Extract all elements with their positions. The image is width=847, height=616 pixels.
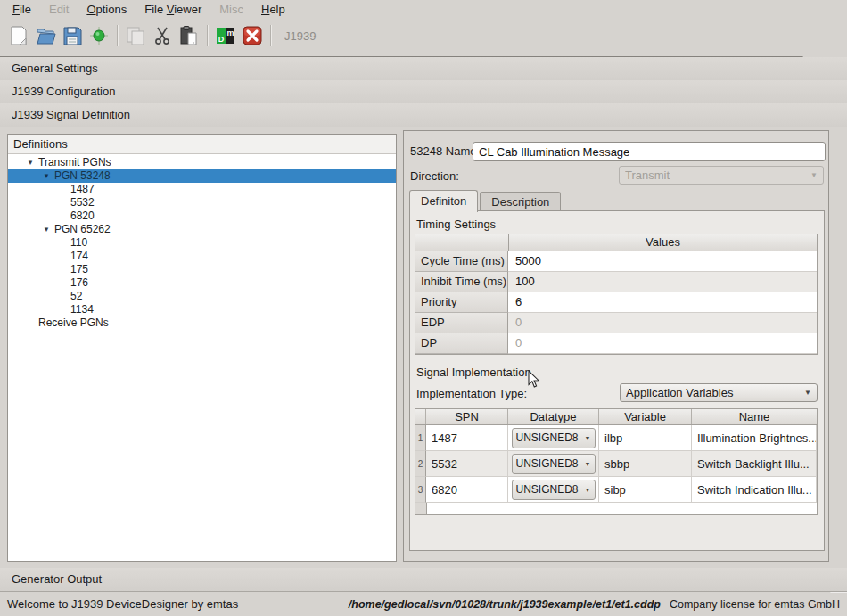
accordion-label: J1939 Configuration [12, 85, 115, 98]
tree-item-receive-pgns[interactable]: Receive PGNs [8, 316, 396, 330]
timing-row-inhibit-time-ms: Inhibit Time (ms)100 [415, 272, 817, 292]
menu-file-viewer[interactable]: File Viewer [136, 1, 210, 18]
mouse-cursor-icon [527, 370, 539, 389]
tree-item-transmit-pgns[interactable]: ▾Transmit PGNs [8, 156, 396, 169]
accordion-generator-output[interactable]: Generator Output [0, 568, 847, 591]
name-cell[interactable]: Switch Backlight Illu... [692, 451, 817, 477]
direction-label: Direction: [410, 169, 459, 183]
tree-item-176[interactable]: 176 [8, 276, 396, 290]
menu-file[interactable]: File [4, 1, 40, 18]
definition-tab-panel: Timing Settings Values Cycle Time (ms)50… [409, 210, 825, 551]
expander-icon[interactable]: ▾ [38, 223, 54, 236]
datatype-dropdown[interactable]: UNSIGNED8▼ [512, 480, 596, 500]
generate-button[interactable] [86, 22, 112, 49]
tree-item-174[interactable]: 174 [8, 250, 396, 263]
tree-item-110[interactable]: 110 [8, 236, 396, 250]
timing-row-label: EDP [415, 313, 508, 333]
signals-table-empty-row [415, 503, 817, 514]
row-number: 1 [415, 425, 426, 451]
signals-header-spn: SPN [426, 409, 508, 424]
accordion-label: General Settings [12, 62, 98, 75]
timing-row-priority: Priority6 [415, 292, 817, 313]
implementation-type-dropdown[interactable]: Application Variables ▼ [620, 383, 818, 402]
variable-cell[interactable]: ilbp [599, 425, 692, 451]
name-cell[interactable]: Illumination Brightnes... [692, 425, 817, 451]
signal-implementation-label: Signal Implementation [416, 365, 531, 379]
tree-item-1134[interactable]: 1134 [8, 303, 396, 316]
devicedesigner-logo-icon: Dm [215, 25, 236, 46]
tree-item-175[interactable]: 175 [8, 263, 396, 276]
datatype-cell: UNSIGNED8▼ [508, 425, 599, 451]
timing-values-header: Values [509, 234, 817, 251]
datatype-dropdown[interactable]: UNSIGNED8▼ [512, 454, 596, 474]
definitions-tree: ▾Transmit PGNs▾PGN 53248148755326820▾PGN… [8, 154, 396, 330]
devicedesigner-logo-button[interactable]: Dm [212, 22, 239, 49]
tree-item-52[interactable]: 52 [8, 290, 396, 303]
signals-table-body: 11487UNSIGNED8▼ilbpIllumination Brightne… [415, 425, 817, 503]
definitions-column-header[interactable]: Definitions [8, 135, 396, 154]
menu-options[interactable]: Options [78, 1, 136, 18]
toolbar-context-label: J1939 [284, 29, 316, 43]
copy-icon [125, 25, 146, 46]
chevron-down-icon: ▼ [804, 389, 811, 397]
tree-item-6820[interactable]: 6820 [8, 209, 396, 223]
variable-cell[interactable]: sbbp [599, 451, 692, 477]
timing-row-label: DP [415, 333, 508, 354]
statusbar: Welcome to J1939 DeviceDesigner by emtas… [0, 591, 847, 616]
save-button[interactable] [59, 22, 86, 49]
menu-help[interactable]: Help [252, 1, 294, 18]
row-header-strip [415, 503, 427, 514]
tab-definiton[interactable]: Definiton [409, 190, 478, 212]
application-window: FileEditOptionsFile ViewerMiscHelp DmJ19… [0, 0, 847, 616]
status-license-text: Company license for emtas GmbH [670, 598, 840, 611]
open-file-icon [35, 25, 56, 46]
datatype-dropdown[interactable]: UNSIGNED8▼ [512, 428, 596, 448]
tree-item-1487[interactable]: 1487 [8, 183, 396, 196]
timing-value-cell[interactable]: 5000 [508, 251, 817, 272]
variable-cell[interactable]: sibp [599, 477, 692, 503]
menu-edit: Edit [40, 1, 78, 18]
toolbar: DmJ1939 [0, 19, 847, 53]
cut-button[interactable] [149, 22, 176, 49]
open-file-button[interactable] [32, 22, 59, 49]
tree-item-pgn-65262[interactable]: ▾PGN 65262 [8, 223, 396, 236]
new-file-button[interactable] [5, 22, 32, 49]
implementation-type-value: Application Variables [626, 386, 801, 399]
accordion-label: J1939 Signal Definition [12, 108, 130, 121]
spn-cell[interactable]: 6820 [426, 477, 508, 503]
accordion-j1939-configuration[interactable]: J1939 Configuration [0, 80, 847, 103]
timing-row-label: Inhibit Time (ms) [415, 272, 508, 292]
signal-row-1487: 11487UNSIGNED8▼ilbpIllumination Brightne… [415, 425, 817, 451]
expander-icon[interactable]: ▾ [38, 169, 54, 183]
datatype-cell: UNSIGNED8▼ [508, 451, 599, 477]
tree-item-label: 6820 [70, 209, 95, 223]
row-number: 2 [415, 451, 426, 477]
timing-table-body: Cycle Time (ms)5000Inhibit Time (ms)100P… [415, 251, 817, 354]
tab-description[interactable]: Description [480, 192, 561, 211]
tree-item-pgn-53248[interactable]: ▾PGN 53248 [8, 169, 396, 183]
tree-item-label: PGN 53248 [54, 169, 111, 183]
row-number: 3 [415, 477, 426, 503]
timing-value-cell[interactable]: 100 [508, 272, 817, 292]
chevron-down-icon: ▼ [585, 435, 591, 441]
status-welcome-text: Welcome to J1939 DeviceDesigner by emtas [7, 597, 349, 611]
tree-item-5532[interactable]: 5532 [8, 196, 396, 209]
paste-button[interactable] [176, 22, 202, 49]
save-icon [62, 25, 83, 46]
tree-item-label: 52 [70, 290, 82, 303]
timing-row-cycle-time-ms: Cycle Time (ms)5000 [415, 251, 817, 272]
timing-value-cell: 0 [508, 333, 817, 354]
close-button[interactable] [239, 22, 266, 49]
spn-cell[interactable]: 5532 [426, 451, 508, 477]
accordion-j1939-signal-definition[interactable]: J1939 Signal Definition [0, 103, 847, 127]
accordion-general-settings[interactable]: General Settings [0, 57, 847, 80]
name-cell[interactable]: Switch Indication Illu... [692, 477, 817, 503]
tree-item-label: 5532 [70, 196, 95, 209]
message-name-input[interactable] [473, 142, 826, 161]
toolbar-separator [270, 25, 271, 46]
spn-cell[interactable]: 1487 [426, 425, 508, 451]
timing-table-header: Values [415, 234, 817, 251]
expander-icon[interactable]: ▾ [22, 156, 38, 169]
datatype-value: UNSIGNED8 [516, 457, 585, 470]
timing-value-cell[interactable]: 6 [508, 292, 817, 313]
